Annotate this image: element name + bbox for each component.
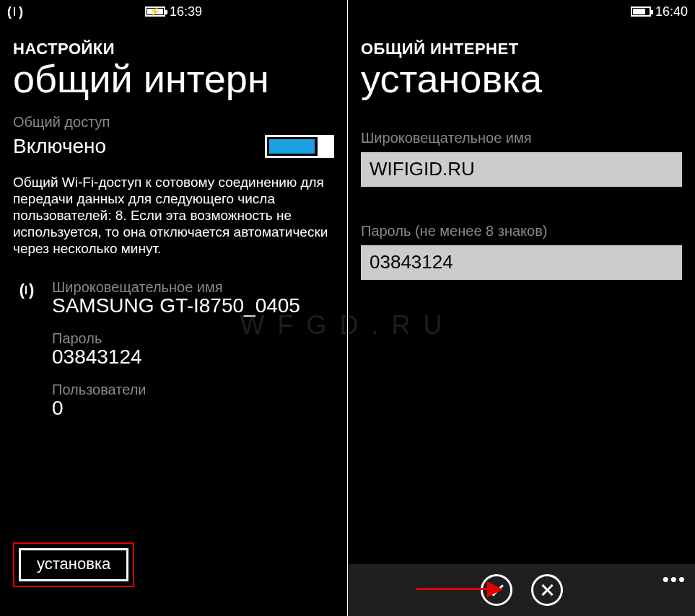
password-value: 03843124 [52,346,334,369]
page-title: общий интерн [0,58,347,100]
users-label: Пользователи [52,382,334,398]
page-title: установка [348,58,695,100]
more-button[interactable]: ••• [663,568,686,591]
app-bar: ••• [348,564,695,616]
cancel-button[interactable] [531,574,563,606]
check-icon [488,581,503,596]
sharing-label: Общий доступ [13,114,334,131]
users-value: 0 [52,397,334,420]
hotspot-icon: () [7,4,22,19]
ssid-label: Широковещательное имя [52,279,334,296]
battery-icon [631,6,651,17]
close-icon [540,583,554,597]
sharing-toggle[interactable] [265,135,334,158]
breadcrumb: ОБЩИЙ ИНТЕРНЕТ [348,22,695,58]
setup-button[interactable]: установка [19,548,128,581]
status-time: 16:40 [655,4,688,19]
ssid-input[interactable] [361,152,682,187]
broadcast-icon: () [19,281,33,299]
phone-screen-right: 16:40 ОБЩИЙ ИНТЕРНЕТ установка Широковещ… [348,0,695,616]
password-input-label: Пароль (не менее 8 знаков) [361,223,682,239]
breadcrumb: НАСТРОЙКИ [0,22,347,58]
ssid-input-label: Широковещательное имя [361,130,682,146]
password-label: Пароль [52,330,334,347]
status-bar: () ⚡ 16:39 [0,0,347,22]
status-bar: 16:40 [348,0,695,22]
sharing-description: Общий Wi-Fi-доступ к сотовому соединению… [13,174,334,258]
status-time: 16:39 [170,4,202,19]
password-input[interactable] [361,245,682,280]
phone-screen-left: () ⚡ 16:39 НАСТРОЙКИ общий интерн Общий … [0,0,347,616]
sharing-state: Включено [13,135,250,158]
confirm-button[interactable] [481,574,512,606]
battery-charging-icon: ⚡ [145,6,165,17]
ssid-value: SAMSUNG GT-I8750_0405 [52,294,334,317]
setup-button-highlight: установка [13,542,134,587]
